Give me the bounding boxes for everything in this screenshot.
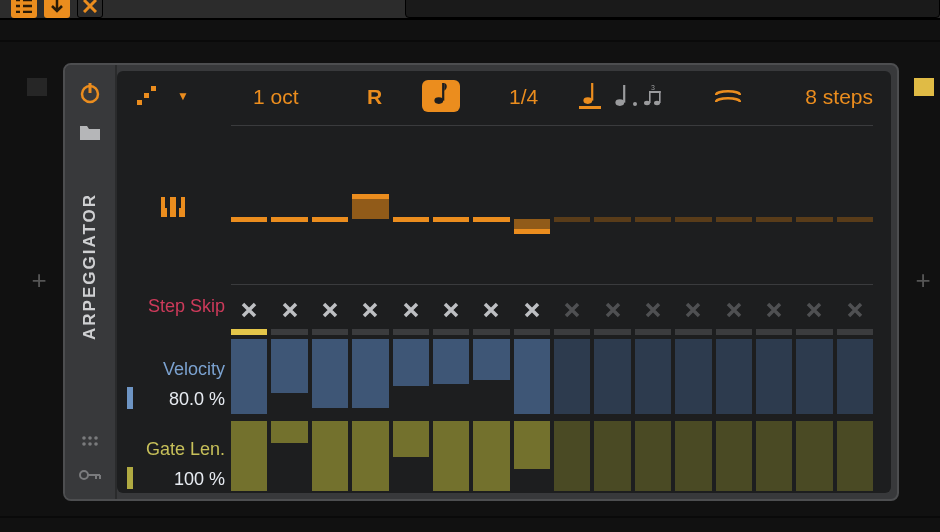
arp-pattern-icon[interactable] bbox=[137, 86, 157, 106]
gate-step[interactable] bbox=[716, 421, 752, 491]
velocity-step[interactable] bbox=[473, 339, 509, 414]
velocity-step[interactable] bbox=[393, 339, 429, 414]
velocity-step[interactable] bbox=[594, 339, 630, 414]
add-device-right-button[interactable]: + bbox=[911, 268, 935, 292]
pitch-step[interactable] bbox=[312, 179, 348, 259]
svg-rect-20 bbox=[623, 85, 625, 103]
add-device-left-button[interactable]: + bbox=[27, 268, 51, 292]
velocity-step[interactable] bbox=[271, 339, 307, 414]
pitch-step[interactable] bbox=[433, 179, 469, 259]
pitch-step[interactable] bbox=[554, 179, 590, 259]
velocity-step[interactable] bbox=[312, 339, 348, 414]
pitch-step[interactable] bbox=[271, 179, 307, 259]
velocity-step[interactable] bbox=[635, 339, 671, 414]
gate-step[interactable] bbox=[675, 421, 711, 491]
velocity-step[interactable] bbox=[514, 339, 550, 414]
velocity-step[interactable] bbox=[554, 339, 590, 414]
velocity-step[interactable] bbox=[796, 339, 832, 414]
pitch-step[interactable] bbox=[352, 179, 388, 259]
chrome-list-icon[interactable] bbox=[11, 0, 37, 18]
gate-step[interactable] bbox=[393, 421, 429, 491]
step-skip-toggle[interactable] bbox=[312, 293, 348, 327]
gate-step[interactable] bbox=[756, 421, 792, 491]
pitch-step[interactable] bbox=[837, 179, 873, 259]
chrome-close-icon[interactable] bbox=[77, 0, 103, 18]
velocity-step[interactable] bbox=[756, 339, 792, 414]
rate-mode-button[interactable] bbox=[422, 80, 460, 112]
pitch-step[interactable] bbox=[231, 179, 267, 259]
pitch-step[interactable] bbox=[594, 179, 630, 259]
step-count-value[interactable]: 8 steps bbox=[805, 85, 873, 109]
preset-folder-icon[interactable] bbox=[79, 123, 101, 141]
pitch-step[interactable] bbox=[716, 179, 752, 259]
step-skip-toggle[interactable] bbox=[635, 293, 671, 327]
arp-pattern-dropdown-icon[interactable]: ▼ bbox=[177, 89, 189, 103]
step-skip-toggle[interactable] bbox=[514, 293, 550, 327]
svg-rect-12 bbox=[137, 100, 142, 105]
velocity-step[interactable] bbox=[231, 339, 267, 414]
track-slot-left[interactable] bbox=[27, 78, 47, 96]
pitch-step[interactable] bbox=[675, 179, 711, 259]
remote-controls-icon[interactable] bbox=[79, 467, 101, 485]
gate-step[interactable] bbox=[796, 421, 832, 491]
step-skip-toggle[interactable] bbox=[675, 293, 711, 327]
gate-step[interactable] bbox=[837, 421, 873, 491]
pitch-lane[interactable] bbox=[231, 179, 873, 259]
step-skip-lane[interactable] bbox=[231, 293, 873, 327]
velocity-value[interactable]: 80.0 % bbox=[125, 389, 225, 410]
power-icon[interactable] bbox=[78, 81, 102, 105]
step-highlight-lane bbox=[231, 329, 873, 335]
pitch-step[interactable] bbox=[514, 179, 550, 259]
gate-step[interactable] bbox=[271, 421, 307, 491]
note-dotted-icon[interactable] bbox=[611, 83, 633, 109]
velocity-step[interactable] bbox=[837, 339, 873, 414]
rate-value[interactable]: 1/4 bbox=[509, 85, 538, 109]
step-indicator bbox=[554, 329, 590, 335]
gate-step[interactable] bbox=[352, 421, 388, 491]
step-skip-toggle[interactable] bbox=[473, 293, 509, 327]
gate-step[interactable] bbox=[433, 421, 469, 491]
velocity-lane[interactable] bbox=[231, 339, 873, 414]
step-skip-toggle[interactable] bbox=[554, 293, 590, 327]
pitch-step[interactable] bbox=[473, 179, 509, 259]
gate-step[interactable] bbox=[473, 421, 509, 491]
step-skip-toggle[interactable] bbox=[716, 293, 752, 327]
note-solid-icon[interactable] bbox=[579, 83, 601, 109]
octaves-value[interactable]: 1 oct bbox=[253, 85, 299, 109]
svg-point-7 bbox=[94, 442, 98, 446]
step-skip-toggle[interactable] bbox=[594, 293, 630, 327]
velocity-step[interactable] bbox=[675, 339, 711, 414]
gate-step[interactable] bbox=[635, 421, 671, 491]
gate-step[interactable] bbox=[231, 421, 267, 491]
velocity-step[interactable] bbox=[433, 339, 469, 414]
velocity-step[interactable] bbox=[352, 339, 388, 414]
svg-rect-13 bbox=[144, 93, 149, 98]
step-skip-toggle[interactable] bbox=[796, 293, 832, 327]
step-skip-toggle[interactable] bbox=[231, 293, 267, 327]
gate-lane[interactable] bbox=[231, 421, 873, 491]
grip-icon[interactable] bbox=[81, 433, 99, 451]
retrigger-icon[interactable] bbox=[715, 88, 741, 110]
gate-value[interactable]: 100 % bbox=[125, 469, 225, 490]
chrome-search-field[interactable] bbox=[405, 0, 940, 18]
gate-step[interactable] bbox=[514, 421, 550, 491]
gate-step[interactable] bbox=[312, 421, 348, 491]
step-skip-toggle[interactable] bbox=[393, 293, 429, 327]
step-skip-toggle[interactable] bbox=[352, 293, 388, 327]
gate-step[interactable] bbox=[594, 421, 630, 491]
step-skip-toggle[interactable] bbox=[433, 293, 469, 327]
velocity-step[interactable] bbox=[716, 339, 752, 414]
pitch-step[interactable] bbox=[756, 179, 792, 259]
step-skip-toggle[interactable] bbox=[271, 293, 307, 327]
pitch-step[interactable] bbox=[635, 179, 671, 259]
step-skip-toggle[interactable] bbox=[837, 293, 873, 327]
pitch-step[interactable] bbox=[393, 179, 429, 259]
step-skip-toggle[interactable] bbox=[756, 293, 792, 327]
track-slot-right[interactable] bbox=[914, 78, 934, 96]
chrome-down-icon[interactable] bbox=[44, 0, 70, 18]
reverse-toggle[interactable]: R bbox=[367, 85, 382, 109]
note-triplet-icon[interactable]: 3 bbox=[643, 83, 665, 109]
gate-step[interactable] bbox=[554, 421, 590, 491]
divider bbox=[0, 516, 940, 518]
pitch-step[interactable] bbox=[796, 179, 832, 259]
